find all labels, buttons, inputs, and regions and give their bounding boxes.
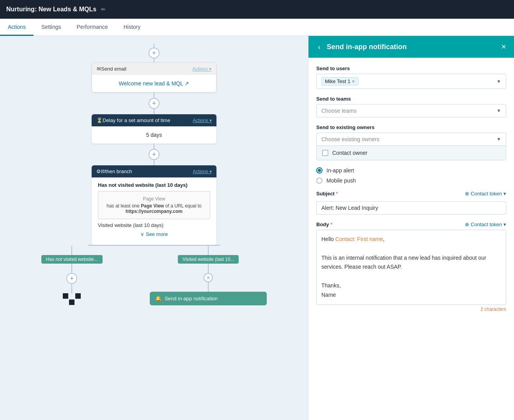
delay-body: 5 days — [92, 126, 216, 144]
notification-node: 🔔 Send in-app notification — [150, 292, 267, 305]
branch-left-conn2 — [71, 264, 72, 273]
panel-header: ‹ Send in-app notification × — [308, 36, 514, 58]
send-to-teams-select[interactable]: Choose teams ▼ — [316, 104, 506, 117]
add-step-btn-2[interactable]: + — [149, 149, 160, 160]
in-app-alert-radio[interactable] — [316, 167, 323, 174]
subject-contact-token-btn[interactable]: ⊕ Contact token ▾ — [465, 191, 506, 197]
delay-label: Delay for a set amount of time — [103, 117, 170, 123]
contact-owner-checkbox[interactable] — [322, 150, 328, 156]
check-1 — [63, 293, 68, 299]
add-step-btn-1[interactable]: + — [149, 98, 160, 109]
add-left-path-btn[interactable]: + — [66, 273, 77, 284]
send-to-users-select[interactable]: Mike Test 1 × ▼ — [316, 74, 506, 89]
subject-group: Subject * ⊕ Contact token ▾ — [316, 191, 506, 214]
body-contact-token-btn[interactable]: ⊕ Contact token ▾ — [465, 222, 506, 227]
owners-dropdown-options: Contact owner — [316, 145, 506, 160]
send-to-owners-select[interactable]: Choose existing owners ▼ — [316, 133, 506, 146]
nav-tabs: Actions Settings Performance History — [0, 19, 308, 36]
body-name: Name — [321, 292, 336, 298]
check-3 — [75, 293, 81, 299]
in-app-alert-option[interactable]: In-app alert — [316, 167, 506, 174]
branch-label: If/then branch — [101, 168, 132, 174]
delay-header: ⏳ Delay for a set amount of time Actions… — [92, 114, 216, 126]
body-group: Body * ⊕ Contact token ▾ Hello Contact: … — [316, 222, 506, 312]
top-bar: Nurturing: New Leads & MQLs ✏ — [0, 0, 514, 19]
delay-value: 5 days — [146, 132, 162, 138]
contact-owner-option[interactable]: Contact owner — [317, 146, 506, 160]
email-link[interactable]: Welcome new lead & MQL ↗ — [98, 80, 210, 87]
branch-condition: Has not visited website (last 10 days) — [98, 182, 210, 188]
tab-settings[interactable]: Settings — [34, 19, 69, 36]
send-to-teams-label: Send to teams — [316, 96, 506, 102]
delay-icon: ⏳ — [96, 117, 103, 123]
panel-body: Send to users Mike Test 1 × ▼ Send to te… — [308, 58, 514, 420]
main-layout: + ✉ Send email Actions ▾ Welcome new lea… — [0, 36, 514, 420]
send-email-header: ✉ Send email Actions ▾ — [92, 63, 216, 75]
body-comma: , — [383, 236, 385, 242]
send-email-node: ✉ Send email Actions ▾ Welcome new lead … — [92, 62, 216, 92]
body-header-row: Body * ⊕ Contact token ▾ — [316, 222, 506, 227]
branch-path-left: Has not visited website... + — [41, 246, 103, 305]
see-more-btn[interactable]: ∨ See more — [98, 228, 210, 240]
tab-performance[interactable]: Performance — [69, 19, 116, 36]
branch-filter-box: Page View has at least one Page View of … — [98, 191, 210, 219]
connector-2 — [154, 109, 154, 114]
teams-dropdown-arrow: ▼ — [496, 108, 501, 113]
filter-detail-1: has at least one — [106, 203, 140, 209]
subject-label: Subject * — [316, 191, 338, 197]
branch-label-left: Has not visited website... — [41, 255, 103, 264]
canvas-area: + ✉ Send email Actions ▾ Welcome new lea… — [0, 36, 308, 420]
branch-right-connector — [208, 246, 209, 255]
edit-title-icon[interactable]: ✏ — [101, 6, 106, 12]
add-step-btn-top[interactable]: + — [149, 48, 160, 58]
send-email-actions-btn[interactable]: Actions ▾ — [192, 66, 211, 72]
mobile-push-radio[interactable] — [316, 177, 323, 184]
mobile-push-label: Mobile push — [326, 177, 356, 184]
branch-label-right: Visited website (last 10... — [178, 255, 239, 264]
connector-4 — [154, 160, 154, 165]
check-6 — [75, 299, 81, 305]
branch-header: ⚙ If/then branch Actions ▾ — [92, 165, 216, 177]
send-email-label: Send email — [101, 66, 126, 72]
body-paragraph: This is an internal notification that a … — [321, 255, 486, 270]
filter-detail: has at least one Page View of a URL equa… — [103, 203, 205, 214]
user-tags: Mike Test 1 × — [321, 77, 358, 85]
notification-label: Send in-app notification — [165, 296, 218, 301]
filter-bold: Page View — [141, 203, 164, 209]
notification-icon: 🔔 — [155, 296, 161, 301]
branch-right-conn2 — [208, 264, 209, 273]
send-email-body: Welcome new lead & MQL ↗ — [92, 75, 216, 92]
body-label: Body * — [316, 222, 332, 227]
subject-header-row: Subject * ⊕ Contact token ▾ — [316, 191, 506, 197]
body-contact-name: Contact: First name — [335, 236, 383, 242]
remove-right-path-btn[interactable]: × — [204, 273, 213, 282]
filter-title: Page View — [103, 196, 205, 202]
notification-type-group: In-app alert Mobile push — [316, 167, 506, 184]
tab-history[interactable]: History — [116, 19, 149, 36]
visited-label: Visited website (last 10 days) — [98, 222, 210, 228]
send-to-teams-group: Send to teams Choose teams ▼ — [316, 96, 506, 117]
body-content[interactable]: Hello Contact: First name, This is an in… — [316, 230, 506, 305]
owners-dropdown-arrow: ▼ — [496, 136, 501, 142]
connector-after-add — [154, 58, 154, 62]
tab-actions[interactable]: Actions — [0, 19, 34, 36]
checkerboard — [63, 293, 81, 305]
panel-close-btn[interactable]: × — [501, 42, 506, 52]
in-app-alert-label: In-app alert — [326, 167, 354, 174]
user-tag-remove-btn[interactable]: × — [352, 79, 355, 84]
branch-right-conn3 — [208, 282, 209, 292]
branch-actions-btn[interactable]: Actions ▾ — [193, 169, 212, 174]
send-to-users-label: Send to users — [316, 66, 506, 71]
panel-header-left: ‹ Send in-app notification — [316, 41, 407, 53]
branch-paths-area: Has not visited website... + — [18, 245, 291, 305]
choose-owners-placeholder: Choose existing owners — [321, 136, 379, 142]
mobile-push-option[interactable]: Mobile push — [316, 177, 506, 184]
body-hello: Hello — [321, 236, 335, 242]
branch-left-conn3 — [71, 284, 72, 293]
delay-actions-btn[interactable]: Actions ▾ — [193, 118, 212, 123]
subject-input[interactable] — [316, 201, 506, 214]
panel-back-btn[interactable]: ‹ — [316, 41, 322, 53]
send-to-owners-group: Send to existing owners Choose existing … — [316, 124, 506, 160]
send-to-users-group: Send to users Mike Test 1 × ▼ — [316, 66, 506, 89]
connector-top — [154, 44, 154, 48]
